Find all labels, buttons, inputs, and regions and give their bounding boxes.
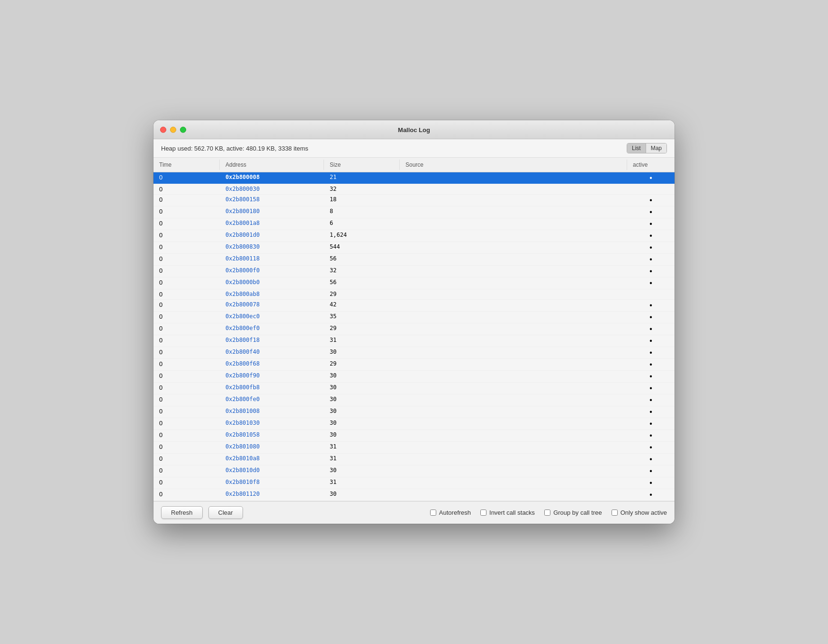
cell-size: 30 <box>324 465 400 477</box>
cell-address: 0x2b8010f8 <box>220 477 324 489</box>
cell-source <box>400 242 627 253</box>
table-row[interactable]: 00x2b8001808• <box>153 206 675 218</box>
cell-size: 29 <box>324 323 400 335</box>
table-row[interactable]: 00x2b80003032 <box>153 184 675 195</box>
table-row[interactable]: 00x2b80000821• <box>153 172 675 184</box>
cell-time: 0 <box>153 371 220 382</box>
table-row[interactable]: 00x2b8001d01,624• <box>153 230 675 242</box>
window-title: Malloc Log <box>398 126 430 134</box>
cell-address: 0x2b8001a8 <box>220 218 324 230</box>
cell-source <box>400 454 627 465</box>
autorefresh-label: Autorefresh <box>439 509 471 516</box>
table-row[interactable]: 00x2b800ab829 <box>153 289 675 300</box>
close-button[interactable] <box>160 126 166 133</box>
table-row[interactable]: 00x2b800f1831• <box>153 335 675 347</box>
table-header: Time Address Size Source active <box>153 158 675 172</box>
refresh-button[interactable]: Refresh <box>161 506 203 519</box>
cell-address: 0x2b800f18 <box>220 335 324 347</box>
cell-source <box>400 254 627 265</box>
table-row[interactable]: 00x2b80011856• <box>153 254 675 266</box>
cell-address: 0x2b8000f0 <box>220 266 324 277</box>
cell-address: 0x2b801030 <box>220 418 324 429</box>
cell-size: 32 <box>324 184 400 194</box>
title-bar: Malloc Log <box>153 120 675 139</box>
table-row[interactable]: 00x2b800830544• <box>153 242 675 254</box>
group-by-call-tree-label: Group by call tree <box>553 509 602 516</box>
cell-time: 0 <box>153 406 220 418</box>
cell-size: 30 <box>324 347 400 358</box>
table-body[interactable]: 00x2b80000821•00x2b8000303200x2b80015818… <box>153 172 675 501</box>
table-row[interactable]: 00x2b8001a86• <box>153 218 675 230</box>
table-row[interactable]: 00x2b8000b056• <box>153 277 675 289</box>
cell-time: 0 <box>153 206 220 218</box>
checkbox-group: Autorefresh Invert call stacks Group by … <box>430 509 667 516</box>
table-row[interactable]: 00x2b8010f831• <box>153 477 675 489</box>
table-row[interactable]: 00x2b8010a831• <box>153 454 675 465</box>
list-button[interactable]: List <box>627 143 646 153</box>
table-row[interactable]: 00x2b800fb830• <box>153 383 675 394</box>
table-row[interactable]: 00x2b800f4030• <box>153 347 675 359</box>
cell-address: 0x2b800180 <box>220 206 324 218</box>
cell-active: • <box>627 442 675 453</box>
cell-time: 0 <box>153 489 220 501</box>
cell-size: 1,624 <box>324 230 400 242</box>
cell-active: • <box>627 489 675 501</box>
table-row[interactable]: 00x2b8000f032• <box>153 266 675 277</box>
only-show-active-item[interactable]: Only show active <box>612 509 667 516</box>
table-row[interactable]: 00x2b80103030• <box>153 418 675 430</box>
clear-button[interactable]: Clear <box>208 506 243 519</box>
cell-active: • <box>627 230 675 242</box>
table-row[interactable]: 00x2b80100830• <box>153 406 675 418</box>
group-by-call-tree-checkbox[interactable] <box>544 510 550 516</box>
cell-active: • <box>627 371 675 382</box>
autorefresh-checkbox-item[interactable]: Autorefresh <box>430 509 471 516</box>
cell-source <box>400 230 627 242</box>
cell-size: 544 <box>324 242 400 253</box>
cell-address: 0x2b800fb8 <box>220 383 324 394</box>
table-row[interactable]: 00x2b800f9030• <box>153 371 675 383</box>
group-by-call-tree-item[interactable]: Group by call tree <box>544 509 602 516</box>
cell-time: 0 <box>153 300 220 311</box>
map-button[interactable]: Map <box>646 143 666 153</box>
cell-source <box>400 418 627 429</box>
table-row[interactable]: 00x2b80112030• <box>153 489 675 501</box>
cell-active: • <box>627 277 675 289</box>
cell-size: 35 <box>324 312 400 323</box>
table-row[interactable]: 00x2b80105830• <box>153 430 675 442</box>
cell-size: 8 <box>324 206 400 218</box>
table-row[interactable]: 00x2b80015818• <box>153 195 675 206</box>
autorefresh-checkbox[interactable] <box>430 510 436 516</box>
table-row[interactable]: 00x2b800f6829• <box>153 359 675 371</box>
table-row[interactable]: 00x2b8010d030• <box>153 465 675 477</box>
view-toggle: List Map <box>627 143 667 153</box>
invert-call-stacks-item[interactable]: Invert call stacks <box>480 509 535 516</box>
cell-active: • <box>627 254 675 265</box>
cell-source <box>400 477 627 489</box>
cell-address: 0x2b800f40 <box>220 347 324 358</box>
cell-time: 0 <box>153 383 220 394</box>
cell-active: • <box>627 418 675 429</box>
table-row[interactable]: 00x2b80108031• <box>153 442 675 454</box>
table-row[interactable]: 00x2b800ec035• <box>153 312 675 323</box>
cell-size: 56 <box>324 254 400 265</box>
cell-size: 31 <box>324 477 400 489</box>
table-row[interactable]: 00x2b80007842• <box>153 300 675 312</box>
invert-call-stacks-checkbox[interactable] <box>480 510 486 516</box>
cell-time: 0 <box>153 323 220 335</box>
table-row[interactable]: 00x2b800fe030• <box>153 394 675 406</box>
cell-address: 0x2b800ab8 <box>220 289 324 299</box>
only-show-active-checkbox[interactable] <box>612 510 618 516</box>
cell-active: • <box>627 430 675 441</box>
cell-active: • <box>627 335 675 347</box>
cell-source <box>400 383 627 394</box>
col-time: Time <box>153 160 220 170</box>
cell-time: 0 <box>153 312 220 323</box>
cell-address: 0x2b8001d0 <box>220 230 324 242</box>
cell-time: 0 <box>153 289 220 299</box>
minimize-button[interactable] <box>170 126 176 133</box>
cell-address: 0x2b800f68 <box>220 359 324 370</box>
maximize-button[interactable] <box>180 126 186 133</box>
table-row[interactable]: 00x2b800ef029• <box>153 323 675 335</box>
col-size: Size <box>324 160 400 170</box>
cell-source <box>400 277 627 289</box>
